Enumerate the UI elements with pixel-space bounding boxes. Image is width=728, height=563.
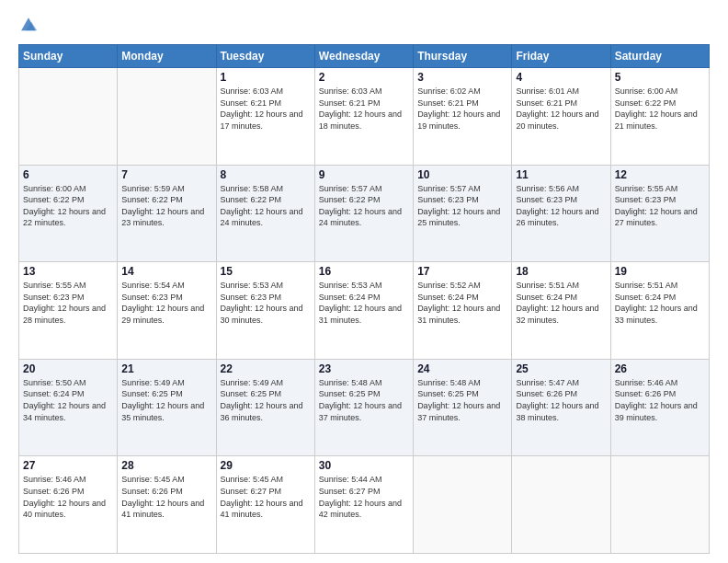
day-info: Sunrise: 5:53 AM Sunset: 6:24 PM Dayligh…	[319, 280, 409, 326]
day-info: Sunrise: 5:46 AM Sunset: 6:26 PM Dayligh…	[23, 474, 113, 520]
day-number: 17	[417, 265, 507, 278]
calendar-cell	[19, 68, 118, 166]
day-number: 18	[516, 265, 606, 278]
day-info: Sunrise: 5:55 AM Sunset: 6:23 PM Dayligh…	[23, 280, 113, 326]
day-info: Sunrise: 6:03 AM Sunset: 6:21 PM Dayligh…	[319, 86, 409, 132]
day-info: Sunrise: 5:57 AM Sunset: 6:22 PM Dayligh…	[319, 183, 409, 229]
day-number: 4	[516, 71, 606, 84]
day-number: 21	[121, 362, 211, 375]
logo-icon	[18, 15, 39, 35]
calendar-header-row: SundayMondayTuesdayWednesdayThursdayFrid…	[19, 45, 710, 68]
day-number: 22	[221, 362, 311, 375]
day-info: Sunrise: 5:50 AM Sunset: 6:24 PM Dayligh…	[23, 377, 113, 423]
calendar-day-header: Saturday	[610, 45, 709, 68]
calendar-cell: 7Sunrise: 5:59 AM Sunset: 6:22 PM Daylig…	[118, 165, 216, 262]
calendar-cell: 25Sunrise: 5:47 AM Sunset: 6:26 PM Dayli…	[512, 359, 610, 456]
calendar-cell: 29Sunrise: 5:45 AM Sunset: 6:27 PM Dayli…	[216, 456, 314, 554]
calendar-cell: 8Sunrise: 5:58 AM Sunset: 6:22 PM Daylig…	[216, 165, 314, 262]
day-info: Sunrise: 5:46 AM Sunset: 6:26 PM Dayligh…	[615, 377, 705, 423]
day-number: 8	[221, 168, 311, 181]
calendar-cell: 6Sunrise: 6:00 AM Sunset: 6:22 PM Daylig…	[19, 165, 118, 262]
calendar-cell: 5Sunrise: 6:00 AM Sunset: 6:22 PM Daylig…	[610, 68, 709, 166]
day-info: Sunrise: 5:48 AM Sunset: 6:25 PM Dayligh…	[319, 377, 409, 423]
day-number: 7	[121, 168, 211, 181]
calendar-cell: 13Sunrise: 5:55 AM Sunset: 6:23 PM Dayli…	[19, 262, 118, 360]
day-info: Sunrise: 5:59 AM Sunset: 6:22 PM Dayligh…	[121, 183, 211, 229]
day-number: 1	[221, 71, 311, 84]
day-info: Sunrise: 5:57 AM Sunset: 6:23 PM Dayligh…	[417, 183, 507, 229]
calendar-cell: 21Sunrise: 5:49 AM Sunset: 6:25 PM Dayli…	[118, 359, 216, 456]
calendar-cell: 10Sunrise: 5:57 AM Sunset: 6:23 PM Dayli…	[414, 165, 512, 262]
day-info: Sunrise: 6:00 AM Sunset: 6:22 PM Dayligh…	[615, 86, 705, 132]
calendar-cell	[610, 456, 709, 554]
day-number: 20	[23, 362, 113, 375]
day-info: Sunrise: 5:53 AM Sunset: 6:23 PM Dayligh…	[221, 280, 311, 326]
day-number: 26	[615, 362, 705, 375]
calendar-cell: 30Sunrise: 5:44 AM Sunset: 6:27 PM Dayli…	[314, 456, 413, 554]
calendar-cell: 11Sunrise: 5:56 AM Sunset: 6:23 PM Dayli…	[512, 165, 610, 262]
calendar-week-row: 6Sunrise: 6:00 AM Sunset: 6:22 PM Daylig…	[19, 165, 710, 262]
calendar-cell: 3Sunrise: 6:02 AM Sunset: 6:21 PM Daylig…	[414, 68, 512, 166]
day-number: 6	[23, 168, 113, 181]
calendar-cell: 22Sunrise: 5:49 AM Sunset: 6:25 PM Dayli…	[216, 359, 314, 456]
day-number: 14	[121, 265, 211, 278]
day-number: 12	[615, 168, 705, 181]
calendar-day-header: Tuesday	[216, 45, 314, 68]
day-info: Sunrise: 5:51 AM Sunset: 6:24 PM Dayligh…	[516, 280, 606, 326]
day-info: Sunrise: 6:03 AM Sunset: 6:21 PM Dayligh…	[221, 86, 311, 132]
calendar-day-header: Friday	[512, 45, 610, 68]
calendar-cell: 19Sunrise: 5:51 AM Sunset: 6:24 PM Dayli…	[610, 262, 709, 360]
day-number: 9	[319, 168, 409, 181]
calendar-cell: 1Sunrise: 6:03 AM Sunset: 6:21 PM Daylig…	[216, 68, 314, 166]
day-number: 5	[615, 71, 705, 84]
calendar-cell: 9Sunrise: 5:57 AM Sunset: 6:22 PM Daylig…	[314, 165, 413, 262]
calendar-day-header: Sunday	[19, 45, 118, 68]
day-number: 11	[516, 168, 606, 181]
day-info: Sunrise: 5:47 AM Sunset: 6:26 PM Dayligh…	[516, 377, 606, 423]
day-number: 19	[615, 265, 705, 278]
day-info: Sunrise: 6:02 AM Sunset: 6:21 PM Dayligh…	[417, 86, 507, 132]
calendar-week-row: 20Sunrise: 5:50 AM Sunset: 6:24 PM Dayli…	[19, 359, 710, 456]
calendar-cell: 23Sunrise: 5:48 AM Sunset: 6:25 PM Dayli…	[314, 359, 413, 456]
calendar-cell	[118, 68, 216, 166]
calendar-cell: 28Sunrise: 5:45 AM Sunset: 6:26 PM Dayli…	[118, 456, 216, 554]
day-number: 23	[319, 362, 409, 375]
calendar-cell: 27Sunrise: 5:46 AM Sunset: 6:26 PM Dayli…	[19, 456, 118, 554]
day-info: Sunrise: 6:01 AM Sunset: 6:21 PM Dayligh…	[516, 86, 606, 132]
calendar-cell: 2Sunrise: 6:03 AM Sunset: 6:21 PM Daylig…	[314, 68, 413, 166]
day-number: 24	[417, 362, 507, 375]
day-info: Sunrise: 5:45 AM Sunset: 6:27 PM Dayligh…	[221, 474, 311, 520]
page: SundayMondayTuesdayWednesdayThursdayFrid…	[0, 0, 728, 563]
calendar-cell	[512, 456, 610, 554]
day-number: 2	[319, 71, 409, 84]
header	[18, 15, 710, 35]
calendar-week-row: 1Sunrise: 6:03 AM Sunset: 6:21 PM Daylig…	[19, 68, 710, 166]
calendar-cell: 15Sunrise: 5:53 AM Sunset: 6:23 PM Dayli…	[216, 262, 314, 360]
calendar-cell: 16Sunrise: 5:53 AM Sunset: 6:24 PM Dayli…	[314, 262, 413, 360]
calendar-week-row: 27Sunrise: 5:46 AM Sunset: 6:26 PM Dayli…	[19, 456, 710, 554]
calendar-cell	[414, 456, 512, 554]
calendar-cell: 17Sunrise: 5:52 AM Sunset: 6:24 PM Dayli…	[414, 262, 512, 360]
calendar-cell: 24Sunrise: 5:48 AM Sunset: 6:25 PM Dayli…	[414, 359, 512, 456]
day-info: Sunrise: 5:44 AM Sunset: 6:27 PM Dayligh…	[319, 474, 409, 520]
calendar-cell: 12Sunrise: 5:55 AM Sunset: 6:23 PM Dayli…	[610, 165, 709, 262]
day-info: Sunrise: 5:51 AM Sunset: 6:24 PM Dayligh…	[615, 280, 705, 326]
calendar-cell: 26Sunrise: 5:46 AM Sunset: 6:26 PM Dayli…	[610, 359, 709, 456]
day-number: 25	[516, 362, 606, 375]
day-info: Sunrise: 5:45 AM Sunset: 6:26 PM Dayligh…	[121, 474, 211, 520]
day-number: 29	[221, 459, 311, 472]
day-number: 13	[23, 265, 113, 278]
day-info: Sunrise: 5:52 AM Sunset: 6:24 PM Dayligh…	[417, 280, 507, 326]
day-info: Sunrise: 5:56 AM Sunset: 6:23 PM Dayligh…	[516, 183, 606, 229]
calendar-day-header: Thursday	[414, 45, 512, 68]
day-info: Sunrise: 6:00 AM Sunset: 6:22 PM Dayligh…	[23, 183, 113, 229]
calendar-cell: 14Sunrise: 5:54 AM Sunset: 6:23 PM Dayli…	[118, 262, 216, 360]
day-info: Sunrise: 5:58 AM Sunset: 6:22 PM Dayligh…	[221, 183, 311, 229]
day-number: 3	[417, 71, 507, 84]
day-number: 30	[319, 459, 409, 472]
calendar-day-header: Wednesday	[314, 45, 413, 68]
calendar-cell: 4Sunrise: 6:01 AM Sunset: 6:21 PM Daylig…	[512, 68, 610, 166]
calendar: SundayMondayTuesdayWednesdayThursdayFrid…	[18, 44, 710, 554]
calendar-day-header: Monday	[118, 45, 216, 68]
calendar-week-row: 13Sunrise: 5:55 AM Sunset: 6:23 PM Dayli…	[19, 262, 710, 360]
